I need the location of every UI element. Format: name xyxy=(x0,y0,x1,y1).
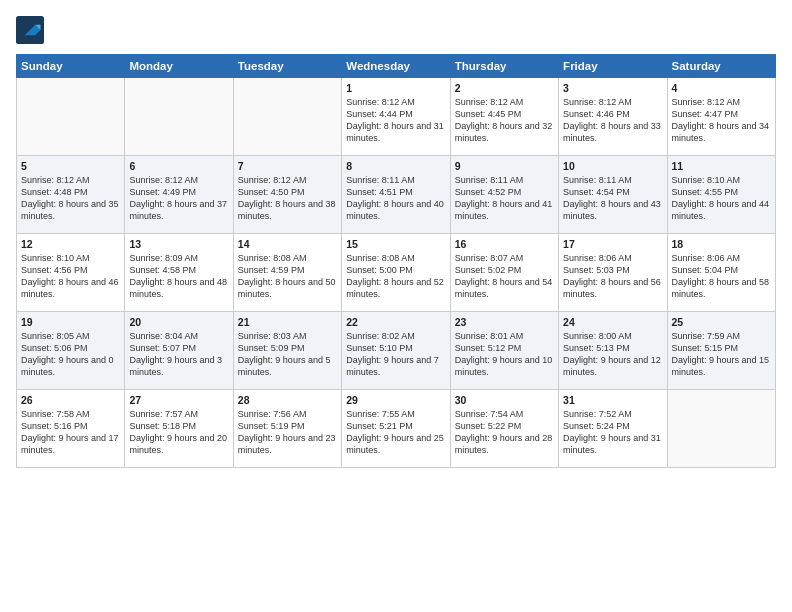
day-number: 24 xyxy=(563,316,662,328)
cell-content: Sunrise: 8:12 AM Sunset: 4:48 PM Dayligh… xyxy=(21,174,120,223)
day-number: 27 xyxy=(129,394,228,406)
calendar-cell: 28Sunrise: 7:56 AM Sunset: 5:19 PM Dayli… xyxy=(233,390,341,468)
cell-content: Sunrise: 7:57 AM Sunset: 5:18 PM Dayligh… xyxy=(129,408,228,457)
day-number: 26 xyxy=(21,394,120,406)
calendar-cell: 14Sunrise: 8:08 AM Sunset: 4:59 PM Dayli… xyxy=(233,234,341,312)
cell-content: Sunrise: 7:55 AM Sunset: 5:21 PM Dayligh… xyxy=(346,408,445,457)
calendar-cell: 31Sunrise: 7:52 AM Sunset: 5:24 PM Dayli… xyxy=(559,390,667,468)
cell-content: Sunrise: 8:08 AM Sunset: 4:59 PM Dayligh… xyxy=(238,252,337,301)
calendar-week-row: 1Sunrise: 8:12 AM Sunset: 4:44 PM Daylig… xyxy=(17,78,776,156)
weekday-header: Monday xyxy=(125,55,233,78)
calendar-cell: 12Sunrise: 8:10 AM Sunset: 4:56 PM Dayli… xyxy=(17,234,125,312)
cell-content: Sunrise: 8:09 AM Sunset: 4:58 PM Dayligh… xyxy=(129,252,228,301)
calendar-table: SundayMondayTuesdayWednesdayThursdayFrid… xyxy=(16,54,776,468)
calendar-cell: 4Sunrise: 8:12 AM Sunset: 4:47 PM Daylig… xyxy=(667,78,775,156)
weekday-header: Friday xyxy=(559,55,667,78)
calendar-cell: 25Sunrise: 7:59 AM Sunset: 5:15 PM Dayli… xyxy=(667,312,775,390)
day-number: 30 xyxy=(455,394,554,406)
cell-content: Sunrise: 8:12 AM Sunset: 4:50 PM Dayligh… xyxy=(238,174,337,223)
cell-content: Sunrise: 7:52 AM Sunset: 5:24 PM Dayligh… xyxy=(563,408,662,457)
calendar-cell xyxy=(125,78,233,156)
cell-content: Sunrise: 8:10 AM Sunset: 4:56 PM Dayligh… xyxy=(21,252,120,301)
calendar-cell: 1Sunrise: 8:12 AM Sunset: 4:44 PM Daylig… xyxy=(342,78,450,156)
cell-content: Sunrise: 8:12 AM Sunset: 4:44 PM Dayligh… xyxy=(346,96,445,145)
calendar-cell: 21Sunrise: 8:03 AM Sunset: 5:09 PM Dayli… xyxy=(233,312,341,390)
day-number: 29 xyxy=(346,394,445,406)
calendar-week-row: 5Sunrise: 8:12 AM Sunset: 4:48 PM Daylig… xyxy=(17,156,776,234)
day-number: 28 xyxy=(238,394,337,406)
day-number: 10 xyxy=(563,160,662,172)
day-number: 17 xyxy=(563,238,662,250)
cell-content: Sunrise: 8:10 AM Sunset: 4:55 PM Dayligh… xyxy=(672,174,771,223)
calendar-cell: 20Sunrise: 8:04 AM Sunset: 5:07 PM Dayli… xyxy=(125,312,233,390)
weekday-header: Wednesday xyxy=(342,55,450,78)
calendar-cell: 17Sunrise: 8:06 AM Sunset: 5:03 PM Dayli… xyxy=(559,234,667,312)
calendar-week-row: 19Sunrise: 8:05 AM Sunset: 5:06 PM Dayli… xyxy=(17,312,776,390)
calendar-cell: 2Sunrise: 8:12 AM Sunset: 4:45 PM Daylig… xyxy=(450,78,558,156)
page-container: SundayMondayTuesdayWednesdayThursdayFrid… xyxy=(0,0,792,476)
cell-content: Sunrise: 8:02 AM Sunset: 5:10 PM Dayligh… xyxy=(346,330,445,379)
calendar-week-row: 26Sunrise: 7:58 AM Sunset: 5:16 PM Dayli… xyxy=(17,390,776,468)
calendar-cell: 11Sunrise: 8:10 AM Sunset: 4:55 PM Dayli… xyxy=(667,156,775,234)
calendar-cell: 16Sunrise: 8:07 AM Sunset: 5:02 PM Dayli… xyxy=(450,234,558,312)
calendar-cell: 8Sunrise: 8:11 AM Sunset: 4:51 PM Daylig… xyxy=(342,156,450,234)
calendar-cell xyxy=(667,390,775,468)
day-number: 6 xyxy=(129,160,228,172)
calendar-cell: 9Sunrise: 8:11 AM Sunset: 4:52 PM Daylig… xyxy=(450,156,558,234)
day-number: 12 xyxy=(21,238,120,250)
weekday-header: Tuesday xyxy=(233,55,341,78)
calendar-cell: 19Sunrise: 8:05 AM Sunset: 5:06 PM Dayli… xyxy=(17,312,125,390)
cell-content: Sunrise: 7:56 AM Sunset: 5:19 PM Dayligh… xyxy=(238,408,337,457)
calendar-week-row: 12Sunrise: 8:10 AM Sunset: 4:56 PM Dayli… xyxy=(17,234,776,312)
cell-content: Sunrise: 8:11 AM Sunset: 4:51 PM Dayligh… xyxy=(346,174,445,223)
cell-content: Sunrise: 8:11 AM Sunset: 4:54 PM Dayligh… xyxy=(563,174,662,223)
cell-content: Sunrise: 8:01 AM Sunset: 5:12 PM Dayligh… xyxy=(455,330,554,379)
calendar-cell: 7Sunrise: 8:12 AM Sunset: 4:50 PM Daylig… xyxy=(233,156,341,234)
cell-content: Sunrise: 8:03 AM Sunset: 5:09 PM Dayligh… xyxy=(238,330,337,379)
cell-content: Sunrise: 8:08 AM Sunset: 5:00 PM Dayligh… xyxy=(346,252,445,301)
cell-content: Sunrise: 7:58 AM Sunset: 5:16 PM Dayligh… xyxy=(21,408,120,457)
calendar-cell: 5Sunrise: 8:12 AM Sunset: 4:48 PM Daylig… xyxy=(17,156,125,234)
day-number: 9 xyxy=(455,160,554,172)
cell-content: Sunrise: 8:12 AM Sunset: 4:45 PM Dayligh… xyxy=(455,96,554,145)
cell-content: Sunrise: 8:12 AM Sunset: 4:49 PM Dayligh… xyxy=(129,174,228,223)
day-number: 1 xyxy=(346,82,445,94)
calendar-cell xyxy=(17,78,125,156)
calendar-cell: 13Sunrise: 8:09 AM Sunset: 4:58 PM Dayli… xyxy=(125,234,233,312)
day-number: 21 xyxy=(238,316,337,328)
cell-content: Sunrise: 8:11 AM Sunset: 4:52 PM Dayligh… xyxy=(455,174,554,223)
day-number: 4 xyxy=(672,82,771,94)
weekday-header: Sunday xyxy=(17,55,125,78)
cell-content: Sunrise: 7:54 AM Sunset: 5:22 PM Dayligh… xyxy=(455,408,554,457)
logo xyxy=(16,16,48,44)
day-number: 23 xyxy=(455,316,554,328)
calendar-cell: 26Sunrise: 7:58 AM Sunset: 5:16 PM Dayli… xyxy=(17,390,125,468)
cell-content: Sunrise: 8:12 AM Sunset: 4:46 PM Dayligh… xyxy=(563,96,662,145)
calendar-cell: 6Sunrise: 8:12 AM Sunset: 4:49 PM Daylig… xyxy=(125,156,233,234)
calendar-cell: 3Sunrise: 8:12 AM Sunset: 4:46 PM Daylig… xyxy=(559,78,667,156)
cell-content: Sunrise: 8:06 AM Sunset: 5:04 PM Dayligh… xyxy=(672,252,771,301)
calendar-cell xyxy=(233,78,341,156)
day-number: 22 xyxy=(346,316,445,328)
day-number: 5 xyxy=(21,160,120,172)
day-number: 8 xyxy=(346,160,445,172)
weekday-header: Saturday xyxy=(667,55,775,78)
cell-content: Sunrise: 8:04 AM Sunset: 5:07 PM Dayligh… xyxy=(129,330,228,379)
cell-content: Sunrise: 8:06 AM Sunset: 5:03 PM Dayligh… xyxy=(563,252,662,301)
cell-content: Sunrise: 8:00 AM Sunset: 5:13 PM Dayligh… xyxy=(563,330,662,379)
day-number: 20 xyxy=(129,316,228,328)
calendar-cell: 27Sunrise: 7:57 AM Sunset: 5:18 PM Dayli… xyxy=(125,390,233,468)
calendar-cell: 24Sunrise: 8:00 AM Sunset: 5:13 PM Dayli… xyxy=(559,312,667,390)
cell-content: Sunrise: 7:59 AM Sunset: 5:15 PM Dayligh… xyxy=(672,330,771,379)
cell-content: Sunrise: 8:12 AM Sunset: 4:47 PM Dayligh… xyxy=(672,96,771,145)
day-number: 31 xyxy=(563,394,662,406)
weekday-header-row: SundayMondayTuesdayWednesdayThursdayFrid… xyxy=(17,55,776,78)
day-number: 14 xyxy=(238,238,337,250)
day-number: 2 xyxy=(455,82,554,94)
day-number: 15 xyxy=(346,238,445,250)
day-number: 11 xyxy=(672,160,771,172)
logo-icon xyxy=(16,16,44,44)
day-number: 13 xyxy=(129,238,228,250)
day-number: 19 xyxy=(21,316,120,328)
calendar-cell: 22Sunrise: 8:02 AM Sunset: 5:10 PM Dayli… xyxy=(342,312,450,390)
